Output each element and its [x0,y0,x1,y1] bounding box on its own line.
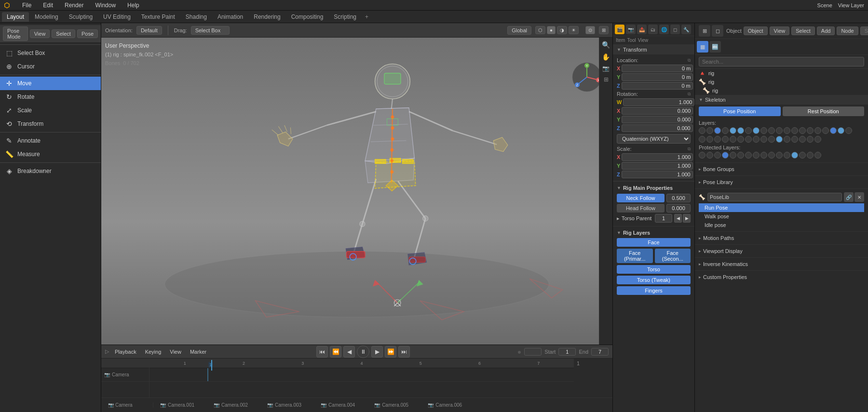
header-view-label[interactable]: View [770,27,790,35]
menu-window[interactable]: Window [92,1,119,10]
pl-15[interactable] [807,152,814,159]
poselib-name-input[interactable] [707,193,842,201]
select-menu[interactable]: Select [52,29,75,38]
drag-selector[interactable]: Select Box [191,26,230,35]
layer-13[interactable] [791,127,798,134]
pl-14[interactable] [799,152,806,159]
layer-15[interactable] [807,127,814,134]
props-icon-scene[interactable]: 🎬 [615,25,624,34]
pl-9[interactable] [760,152,767,159]
location-y-input[interactable] [622,73,693,81]
pl-3[interactable] [714,152,721,159]
pl-13[interactable] [791,152,798,159]
start-value-input[interactable] [558,348,576,356]
marker-menu[interactable]: Marker [187,348,209,356]
outliner-item-rig-armature[interactable]: 🦴 rig [695,78,868,86]
view-menu-timeline[interactable]: View [167,348,184,356]
layer-33[interactable] [791,136,798,143]
layer-6[interactable] [737,127,744,134]
rig-layers-header[interactable]: ▼ Rig Layers [617,228,691,237]
pl-1[interactable] [699,152,705,159]
props-icon-output[interactable]: 📤 [637,25,647,34]
scale-x-input[interactable] [622,153,693,161]
outliner-mode-icon[interactable]: ◻ [712,25,723,37]
tool-scale[interactable]: ⤢ Scale [0,104,101,117]
layer-11[interactable] [776,127,783,134]
layer-21[interactable] [699,136,705,143]
end-value-input[interactable] [591,348,609,356]
layer-26[interactable] [737,136,744,143]
layer-29[interactable] [760,136,767,143]
props-icon-object[interactable]: ◻ [670,25,680,34]
layer-1[interactable] [699,127,705,134]
keying-menu[interactable]: Keying [142,348,164,356]
pose-walk[interactable]: Walk pose [699,212,864,221]
menu-help[interactable]: Help [124,1,142,10]
pose-library-header[interactable]: ▸ Pose Library [699,178,864,186]
tool-measure[interactable]: 📏 Measure [0,147,101,161]
tool-breakdowner[interactable]: ◈ Breakdowner [0,164,101,178]
rig-main-properties-header[interactable]: ▼ Rig Main Properties [617,184,691,192]
location-z-input[interactable] [622,82,693,90]
overlay-toggle[interactable]: ⊙ [585,26,595,34]
layer-14[interactable] [799,127,806,134]
tab-shading[interactable]: Shading [181,12,212,22]
layer-27[interactable] [745,136,752,143]
tab-animation[interactable]: Animation [213,12,248,22]
tab-modeling[interactable]: Modeling [30,12,63,22]
tab-layout[interactable]: Layout [2,12,29,22]
view-menu[interactable]: View [30,29,50,38]
pan-icon[interactable]: ✋ [600,52,611,62]
tab-texture-paint[interactable]: Texture Paint [136,12,180,22]
side-item-tab[interactable]: Item [616,38,625,43]
rest-position-btn[interactable]: Rest Position [783,106,865,116]
pl-10[interactable] [768,152,775,159]
menu-edit[interactable]: Edit [40,1,56,10]
props-icon-world[interactable]: 🌐 [659,25,669,34]
zoom-icon[interactable]: 🔍 [600,40,611,50]
pl-2[interactable] [706,152,713,159]
layer-31[interactable] [776,136,783,143]
pose-run[interactable]: Run Pose [699,203,864,212]
layer-20[interactable] [845,127,852,134]
layer-30[interactable] [768,136,775,143]
outliner-filter-icon[interactable]: ▦ [697,41,708,53]
pl-5[interactable] [730,152,736,159]
poselib-add-icon[interactable]: ✕ [854,192,864,202]
slot-input[interactable] [860,27,868,35]
head-follow-btn[interactable]: Head Follow [617,204,665,213]
pl-8[interactable] [753,152,760,159]
header-node-label[interactable]: Node [837,27,858,35]
torso-increment-btn[interactable]: ▶ [683,214,691,223]
tab-scripting[interactable]: Scripting [329,12,361,22]
layer-22[interactable] [706,136,713,143]
tab-compositing[interactable]: Compositing [286,12,328,22]
rotation-x-input[interactable] [622,107,693,115]
layer-12[interactable] [784,127,790,134]
pose-mode-selector[interactable]: Pose Mode [3,27,28,41]
face-primary-btn[interactable]: Face (Primar... [617,249,653,263]
shading-solid[interactable]: ● [547,26,556,34]
layer-3[interactable] [714,127,721,134]
start-frame-input[interactable] [524,348,542,356]
layer-4[interactable] [722,127,729,134]
tool-select-box[interactable]: ⬚ Select Box [0,46,101,60]
layer-32[interactable] [784,136,790,143]
outliner-search-input[interactable] [699,57,864,66]
shading-material[interactable]: ◑ [557,26,567,34]
layer-7[interactable] [745,127,752,134]
scale-z-input[interactable] [622,171,693,178]
pl-4[interactable] [722,152,729,159]
outliner-sort-icon[interactable]: 🔤 [709,41,721,53]
tool-rotate[interactable]: ↻ Rotate [0,90,101,104]
camera-icon-view[interactable]: 📷 [601,64,611,73]
rotation-y-input[interactable] [622,116,693,123]
rotation-w-input[interactable] [623,98,694,106]
prev-frame-btn[interactable]: ◀ [343,346,355,358]
tool-move[interactable]: ✛ Move [0,77,101,90]
torso-decrement-btn[interactable]: ◀ [674,214,682,223]
header-select-label[interactable]: Select [791,27,815,35]
prev-keyframe-btn[interactable]: ⏪ [330,346,341,358]
props-icon-view-layer[interactable]: 🗂 [648,25,658,34]
side-tool-tab[interactable]: Tool [627,38,636,43]
